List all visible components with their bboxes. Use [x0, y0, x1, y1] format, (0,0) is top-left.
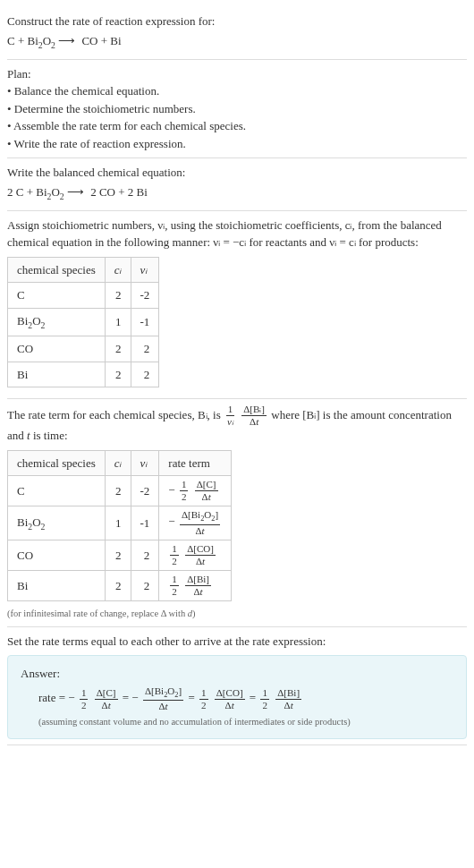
- balanced-rhs: 2 CO + 2 Bi: [90, 185, 148, 199]
- frac-num: Δ[Bi2O2]: [180, 510, 220, 524]
- rate-term-table: chemical species cᵢ νᵢ rate term C 2 -2 …: [7, 450, 232, 601]
- frac-den: Δt: [100, 700, 113, 711]
- plan-section: Plan: • Balance the chemical equation. •…: [7, 60, 467, 159]
- plan-item: • Determine the stoichiometric numbers.: [7, 100, 467, 118]
- intro-prompt: Construct the rate of reaction expressio…: [7, 13, 467, 30]
- cell-vi: -2: [131, 476, 159, 506]
- eq-sep: =: [250, 691, 259, 704]
- col-vi: νᵢ: [131, 450, 159, 476]
- table-row: Bi2O2 1 -1: [8, 308, 159, 336]
- col-ci: cᵢ: [105, 257, 131, 283]
- answer-equation: rate = − 12 Δ[C]Δt = − Δ[Bi2O2]Δt = 12 Δ…: [38, 686, 453, 712]
- fraction: 12: [80, 688, 89, 711]
- col-species: chemical species: [8, 257, 106, 283]
- plan-item: • Balance the chemical equation.: [7, 82, 467, 100]
- stoich-section: Assign stoichiometric numbers, νᵢ, using…: [7, 211, 467, 399]
- frac-num: 1: [180, 480, 189, 491]
- answer-note: (assuming constant volume and no accumul…: [38, 715, 453, 729]
- sub: 2: [38, 39, 43, 49]
- intro-lhs: C + Bi2O2: [7, 34, 55, 47]
- rate-term-text: The rate term for each chemical species,…: [7, 404, 467, 445]
- cell-vi: -1: [131, 506, 159, 540]
- fraction: Δ[CO]Δt: [185, 544, 216, 566]
- eq-sep: = −: [123, 691, 139, 704]
- cell-species: C: [8, 476, 106, 506]
- frac-den: 2: [199, 700, 208, 711]
- sign: −: [168, 515, 174, 529]
- frac-den: Δt: [191, 586, 204, 597]
- plan-item: • Write the rate of reaction expression.: [7, 135, 467, 153]
- frac-den: Δt: [200, 491, 213, 502]
- cell-vi: -2: [131, 283, 159, 309]
- cell-rate: − Δ[Bi2O2]Δt: [159, 506, 232, 540]
- reaction-arrow: ⟶: [58, 34, 81, 47]
- plan-item: • Assemble the rate term for each chemic…: [7, 117, 467, 135]
- cell-ci: 2: [105, 540, 131, 570]
- cell-species: CO: [8, 336, 106, 362]
- frac-num: Δ[CO]: [185, 544, 216, 556]
- col-species: chemical species: [8, 450, 106, 476]
- eq-sep: =: [188, 691, 198, 704]
- col-rate: rate term: [159, 450, 232, 476]
- cell-vi: 2: [131, 540, 159, 570]
- fraction: 12: [260, 688, 269, 711]
- fraction: Δ[Bi]Δt: [185, 574, 211, 597]
- intro-equation: C + Bi2O2 ⟶ CO + Bi: [7, 32, 467, 52]
- frac-num: Δ[Bᵢ]: [241, 404, 267, 416]
- frac-num: Δ[C]: [195, 480, 218, 491]
- table-header-row: chemical species cᵢ νᵢ: [8, 257, 159, 283]
- sub: 2: [60, 191, 64, 200]
- fraction: 12: [180, 480, 189, 502]
- balanced-heading: Write the balanced chemical equation:: [7, 164, 467, 182]
- plan-heading: Plan:: [7, 65, 467, 83]
- frac-den: 2: [170, 586, 179, 597]
- table-row: Bi 2 2 12 Δ[Bi]Δt: [8, 570, 232, 600]
- cell-species: Bi2O2: [8, 308, 106, 336]
- table-row: CO 2 2 12 Δ[CO]Δt: [8, 540, 232, 570]
- fraction: 1 νᵢ: [225, 404, 235, 427]
- delta-note: (for infinitesimal rate of change, repla…: [7, 607, 467, 621]
- frac-den: Δt: [283, 700, 295, 711]
- table-row: C 2 -2 − 12 Δ[C]Δt: [8, 476, 232, 506]
- cell-species: Bi: [8, 362, 106, 387]
- frac-num: 1: [226, 404, 235, 416]
- table-row: CO 2 2: [8, 336, 159, 362]
- frac-den: Δt: [193, 525, 206, 536]
- text-before: The rate term for each chemical species,…: [7, 408, 224, 421]
- frac-num: Δ[Bi2O2]: [143, 686, 183, 701]
- frac-num: 1: [199, 688, 208, 700]
- cell-vi: -1: [131, 308, 159, 336]
- frac-num: Δ[Bi]: [275, 688, 301, 700]
- frac-num: 1: [260, 688, 269, 700]
- answer-label: Answer:: [21, 665, 453, 683]
- col-ci: cᵢ: [105, 450, 131, 476]
- fraction: 12: [170, 544, 179, 566]
- fraction: 12: [199, 688, 208, 711]
- cell-rate: 12 Δ[CO]Δt: [159, 540, 232, 570]
- frac-num: Δ[CO]: [215, 688, 245, 700]
- rate-term-section: The rate term for each chemical species,…: [7, 399, 467, 627]
- stoich-table: chemical species cᵢ νᵢ C 2 -2 Bi2O2 1 -1…: [7, 257, 159, 387]
- cell-vi: 2: [131, 570, 159, 600]
- frac-num: Δ[Bi]: [185, 574, 211, 586]
- balanced-lhs: 2 C + Bi2O2: [7, 185, 64, 199]
- col-vi: νᵢ: [131, 257, 159, 283]
- frac-den: 2: [80, 700, 89, 711]
- cell-rate: − 12 Δ[C]Δt: [159, 476, 232, 506]
- intro-rhs: CO + Bi: [81, 34, 121, 47]
- fraction: Δ[Bi]Δt: [275, 688, 301, 711]
- balanced-equation: 2 C + Bi2O2 ⟶ 2 CO + 2 Bi: [7, 183, 467, 203]
- frac-den: Δt: [248, 416, 260, 427]
- frac-den: Δt: [194, 556, 207, 566]
- fraction: Δ[C]Δt: [95, 688, 118, 711]
- cell-ci: 1: [105, 506, 131, 540]
- table-row: Bi2O2 1 -1 − Δ[Bi2O2]Δt: [8, 506, 232, 540]
- frac-den: 2: [260, 700, 269, 711]
- o-label: O: [51, 185, 59, 199]
- rate-prefix: rate = −: [38, 691, 75, 704]
- sub: 2: [51, 39, 55, 49]
- table-row: C 2 -2: [8, 283, 159, 309]
- cell-rate: 12 Δ[Bi]Δt: [159, 570, 232, 600]
- cell-species: Bi: [8, 570, 106, 600]
- final-heading: Set the rate terms equal to each other t…: [7, 633, 467, 651]
